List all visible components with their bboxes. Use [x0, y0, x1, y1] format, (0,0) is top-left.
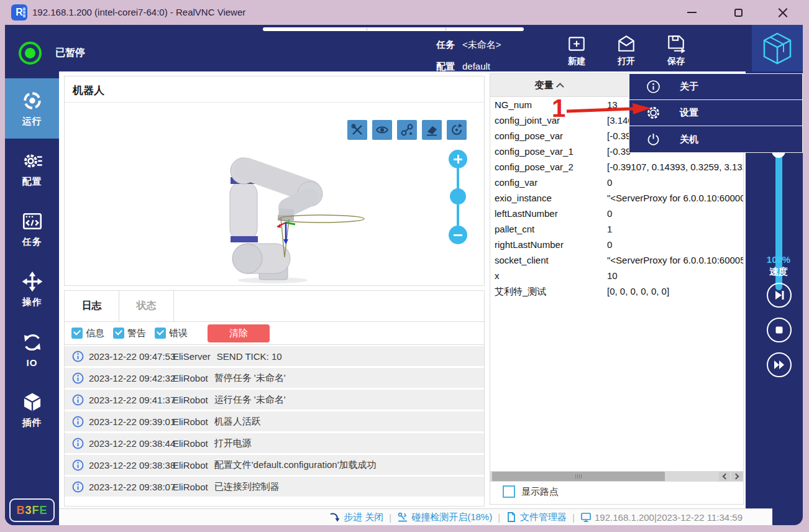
clear-log-button[interactable]: 清除	[208, 324, 270, 342]
zoom-track-upper[interactable]	[457, 168, 459, 190]
config-value: default	[462, 61, 490, 71]
sidebar-item-operate[interactable]: 操作	[5, 259, 59, 319]
new-file-icon	[567, 34, 587, 53]
task-value: <未命名>	[462, 39, 501, 50]
skip-next-icon	[772, 288, 786, 302]
remote-desktop: 已暂停 任务<未命名> 配置default 新建 打开 保存	[5, 25, 803, 525]
step-next-button[interactable]	[767, 283, 792, 308]
task-line: 任务<未命名>	[436, 39, 501, 51]
filter-error-label: 错误	[169, 328, 188, 339]
close-button[interactable]	[770, 0, 795, 25]
log-entry: 2023-12-22 09:38:38EliRobot配置文件'default.…	[65, 455, 484, 475]
minimize-icon	[687, 12, 697, 13]
robot-3d-view[interactable]	[224, 153, 386, 290]
menu-item-about[interactable]: 关于	[629, 74, 802, 100]
code-window-icon	[22, 211, 43, 232]
left-nav-sidebar: 运行 配置 任务 操作 IO 插件 B3FE	[5, 71, 59, 525]
filter-warning-label: 警告	[127, 328, 146, 339]
step-arrow-icon	[329, 511, 341, 523]
variable-row[interactable]: exio_instance"<ServerProxy for 6.0.0.10:…	[490, 190, 743, 206]
info-circle-icon	[72, 438, 84, 449]
close-icon	[778, 7, 788, 17]
brand-logo-block[interactable]	[752, 25, 803, 71]
variable-row[interactable]: leftLastNumber0	[490, 206, 743, 221]
show-waypoints-label: 显示路点	[521, 486, 559, 498]
new-task-button[interactable]: 新建	[559, 34, 594, 68]
menu-item-shutdown[interactable]: 关机	[629, 126, 802, 152]
sidebar-item-task[interactable]: 任务	[5, 199, 59, 259]
visibility-button[interactable]	[372, 120, 392, 140]
minimize-button[interactable]	[679, 0, 704, 25]
sidebar-item-plugin[interactable]: 插件	[5, 380, 59, 440]
info-circle-icon	[72, 481, 84, 493]
path-nodes-icon	[400, 123, 414, 137]
file-manager-button[interactable]: 文件管理器	[506, 511, 567, 523]
filter-error-checkbox[interactable]	[155, 328, 166, 339]
config-label: 配置	[436, 61, 455, 71]
tools-button[interactable]	[347, 120, 367, 140]
robot-status-icon	[19, 42, 42, 65]
eraser-button[interactable]	[422, 120, 442, 140]
vnc-toolbar-handle[interactable]	[263, 27, 524, 31]
tab-log[interactable]: 日志	[65, 291, 119, 321]
log-entry: 2023-12-22 09:38:44EliRobot打开电源	[65, 433, 484, 453]
horizontal-scrollbar[interactable]	[490, 471, 743, 482]
log-entry: 2023-12-22 09:47:53EliServerSEND TICK: 1…	[65, 346, 484, 366]
reset-view-button[interactable]	[447, 120, 467, 140]
io-swap-arrows-icon	[22, 332, 43, 353]
variable-row[interactable]: 艾利特_测试[0, 0, 0, 0, 0, 0]	[490, 283, 743, 299]
sidebar-item-io[interactable]: IO	[5, 319, 59, 380]
log-panel: 日志 状态 信息 警告 错误 清除 2023-12-22 09:47:53Eli…	[64, 290, 485, 507]
app-statusbar: 步进 关闭 | 碰撞检测开启(18%) | 文件管理器 | 192.168.1.…	[59, 508, 772, 525]
log-entry: 2023-12-22 09:41:37EliRobot运行任务 '未命名'	[65, 390, 484, 410]
open-task-button[interactable]: 打开	[609, 34, 644, 68]
log-entry: 2023-12-22 09:42:32EliRobot暂停任务 '未命名'	[65, 368, 484, 388]
task-label: 任务	[436, 39, 455, 50]
chevron-right-icon	[733, 474, 739, 480]
menu-item-settings[interactable]: 设置	[629, 100, 802, 126]
scrollbar-thumb[interactable]	[492, 472, 665, 481]
variable-row[interactable]: socket_client"<ServerProxy for 6.0.0.10:…	[490, 252, 743, 268]
tab-status[interactable]: 状态	[119, 291, 174, 321]
sidebar-item-run[interactable]: 运行	[5, 78, 59, 139]
window-title: 192.168.1.200 (intel-corei7-64:0) - Real…	[32, 7, 245, 17]
info-circle-icon	[72, 372, 84, 384]
variable-row[interactable]: pallet_cnt1	[490, 221, 743, 237]
collision-detection-toggle[interactable]: 碰撞检测开启(18%)	[397, 511, 492, 523]
speed-percent: 100%	[746, 254, 803, 265]
maximize-button[interactable]	[726, 0, 751, 25]
log-tabs: 日志 状态	[65, 291, 484, 322]
robot-panel-title: 机器人	[65, 76, 484, 103]
variable-row[interactable]: x10	[490, 268, 743, 283]
step-mode-toggle[interactable]: 步进 关闭	[329, 511, 383, 523]
log-filter-bar: 信息 警告 错误 清除	[65, 322, 484, 345]
power-icon	[646, 132, 660, 147]
zoom-slider-knob[interactable]	[450, 188, 466, 204]
variable-row[interactable]: config_var0	[490, 175, 743, 190]
stop-icon	[772, 323, 786, 337]
filter-info-checkbox[interactable]	[71, 328, 83, 339]
fast-forward-button[interactable]	[767, 352, 792, 377]
monitor-icon	[580, 511, 592, 523]
show-waypoints-checkbox[interactable]	[503, 485, 515, 498]
log-entry: 2023-12-22 09:38:07EliRobot已连接到控制器	[65, 477, 484, 497]
zoom-track-lower[interactable]	[457, 204, 459, 226]
b3fe-logo: B3FE	[9, 498, 55, 522]
tools-icon	[350, 123, 364, 137]
zoom-in-button[interactable]	[449, 150, 467, 168]
view-zoom-widget	[444, 150, 472, 246]
collapse-caret-icon	[556, 83, 564, 91]
variable-row[interactable]: config_pose_var_2[-0.39107, 0.14393, 0.3…	[490, 159, 743, 175]
gear-icon	[646, 106, 660, 120]
save-task-button[interactable]: 保存	[659, 34, 693, 68]
path-nodes-button[interactable]	[397, 120, 417, 140]
sidebar-item-config[interactable]: 配置	[5, 139, 59, 199]
variable-row[interactable]: rightLastNumber0	[490, 237, 743, 252]
stop-button[interactable]	[767, 318, 792, 342]
zoom-out-button[interactable]	[449, 226, 467, 244]
filter-warning-checkbox[interactable]	[113, 328, 124, 339]
scroll-left-button[interactable]	[719, 472, 730, 481]
scroll-right-button[interactable]	[731, 472, 743, 481]
rotate-view-icon	[450, 123, 464, 137]
eye-icon	[375, 123, 389, 137]
